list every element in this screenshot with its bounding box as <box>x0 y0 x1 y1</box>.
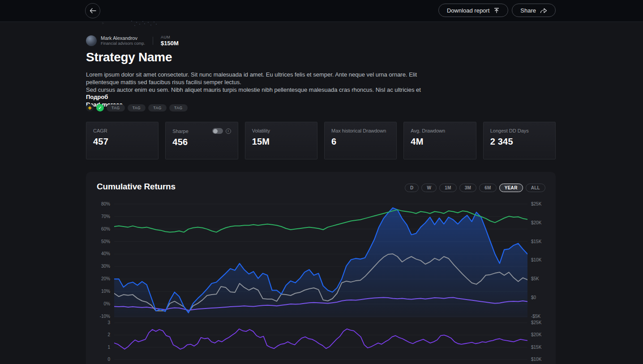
axis-tick-left: 1 <box>86 345 110 350</box>
deco-dot <box>139 24 140 25</box>
download-report-button[interactable]: Download report <box>438 4 508 17</box>
axis-tick-right: $25K <box>531 320 541 325</box>
axis-tick-left: 60% <box>86 227 110 232</box>
deco-dot <box>148 22 149 23</box>
deco-dot <box>134 25 135 26</box>
axis-tick-left: 0 <box>86 357 110 362</box>
binance-icon: ◈ <box>86 104 94 111</box>
axis-tick-left: 2 <box>86 332 110 338</box>
stat-card-cagr: CAGR457 <box>86 122 159 159</box>
stat-label: CAGR <box>93 128 107 133</box>
profile-row: Mark Alexandrov Financial advisors comp.… <box>86 35 179 47</box>
share-icon <box>540 8 547 13</box>
page-title: Strategy Name <box>86 50 172 64</box>
info-icon[interactable]: i <box>226 128 231 134</box>
stat-value: 2 345 <box>490 137 549 147</box>
stat-card-sharpe: Sharpei456 <box>165 122 238 159</box>
range-1m[interactable]: 1M <box>439 184 457 192</box>
arrow-left-icon <box>90 8 96 13</box>
axis-tick-left: 50% <box>86 239 110 244</box>
strategy-description: Lorem ipsum dolor sit amet consectetur. … <box>86 71 427 109</box>
axis-tick-left: 40% <box>86 251 110 257</box>
avatar[interactable] <box>86 35 97 46</box>
range-6m[interactable]: 6M <box>479 184 497 192</box>
axis-tick-right: $5K <box>531 276 539 282</box>
axis-tick-left: 20% <box>86 276 110 282</box>
download-report-label: Download report <box>447 7 489 14</box>
stat-card-max-historical-drawdown: Max historical Drawdown6 <box>324 122 397 159</box>
tag-pill[interactable]: TAG <box>128 104 146 111</box>
range-year[interactable]: YEAR <box>499 184 523 192</box>
axis-tick-left: -10% <box>86 314 110 319</box>
back-button[interactable] <box>85 3 100 18</box>
axis-tick-left: 10% <box>86 289 110 294</box>
stat-label: Volatility <box>252 128 270 133</box>
axis-tick-left: 80% <box>86 201 110 207</box>
toggle-knob <box>213 129 218 133</box>
stat-label: Sharpe <box>172 128 188 134</box>
panel-title: Cumulative Returns <box>97 182 176 192</box>
axis-tick-left: 0% <box>86 301 110 307</box>
deco-dot <box>156 24 157 25</box>
stat-value: 4M <box>411 137 469 147</box>
axis-tick-left: 30% <box>86 264 110 269</box>
stat-value: 6 <box>331 137 390 147</box>
stat-value: 457 <box>93 137 151 147</box>
description-paragraph-2: Sed cursus auctor enim eu sem. Nibh aliq… <box>86 86 421 93</box>
deco-dot <box>154 21 154 22</box>
description-paragraph-1: Lorem ipsum dolor sit amet consectetur. … <box>86 71 417 86</box>
stat-card-volatility: Volatility15M <box>245 122 317 159</box>
stat-value: 15M <box>252 137 310 147</box>
axis-tick-right: $15K <box>531 239 541 244</box>
range-w[interactable]: W <box>421 184 437 192</box>
divider <box>153 37 153 45</box>
top-bar: Download report Share <box>0 0 643 22</box>
share-label: Share <box>520 7 536 14</box>
aum-label: AUM <box>161 35 179 40</box>
range-selector: DW1M3M6MYEARALL <box>405 184 545 192</box>
header-actions: Download report Share <box>438 4 556 17</box>
axis-tick-right: $10K <box>531 257 541 263</box>
tag-pill[interactable]: TAG <box>148 104 167 111</box>
profile-name: Mark Alexandrov <box>101 35 145 41</box>
ratio-sub-chart[interactable] <box>114 321 527 364</box>
aum-value: $150M <box>161 40 179 47</box>
sharpe-toggle[interactable] <box>212 128 223 134</box>
range-d[interactable]: D <box>405 184 419 192</box>
deco-dot <box>142 21 143 22</box>
stat-card-longest-dd-days: Longest DD Days2 345 <box>483 122 556 159</box>
axis-tick-right: $0 <box>531 295 536 300</box>
stat-label: Avg. Drawdown <box>411 128 445 133</box>
deco-dot <box>131 21 132 21</box>
profile-org: Financial advisors comp. <box>101 41 145 46</box>
range-3m[interactable]: 3M <box>459 184 477 192</box>
axis-tick-right: $25K <box>531 201 541 207</box>
deco-dot <box>150 25 151 26</box>
stat-value: 456 <box>172 137 231 147</box>
share-button[interactable]: Share <box>512 4 556 17</box>
tag-pill[interactable]: TAG <box>169 104 188 111</box>
stat-label: Longest DD Days <box>490 128 529 133</box>
range-all[interactable]: ALL <box>526 184 545 192</box>
tag-pill[interactable]: TAG <box>107 104 125 111</box>
axis-tick-right: $20K <box>531 220 541 226</box>
stat-label: Max historical Drawdown <box>331 128 386 133</box>
tags-row: ◈ ✓ TAGTAGTAGTAG <box>86 104 188 111</box>
cumulative-returns-panel: Cumulative Returns DW1M3M6MYEARALL 80%70… <box>86 172 556 364</box>
deco-dot <box>144 23 145 24</box>
axis-tick-left: 70% <box>86 214 110 219</box>
read-more-bold[interactable]: Подроб <box>86 94 108 100</box>
axis-tick-right: -$5K <box>531 314 540 319</box>
deco-triangle: ▹ <box>102 21 104 25</box>
main-chart[interactable] <box>114 201 527 317</box>
axis-tick-left: 3 <box>86 320 110 325</box>
axis-tick-right: $15K <box>531 345 541 350</box>
deco-dot <box>136 22 137 23</box>
stats-row: CAGR457Sharpei456Volatility15MMax histor… <box>86 122 556 159</box>
upload-icon <box>493 8 500 13</box>
axis-tick-right: $20K <box>531 332 541 338</box>
stat-card-avg-drawdown: Avg. Drawdown4M <box>403 122 476 159</box>
page: Download report Share ▹ Mark Alexandrov … <box>0 0 643 364</box>
axis-tick-right: $10K <box>531 357 541 362</box>
verified-icon: ✓ <box>96 104 104 111</box>
